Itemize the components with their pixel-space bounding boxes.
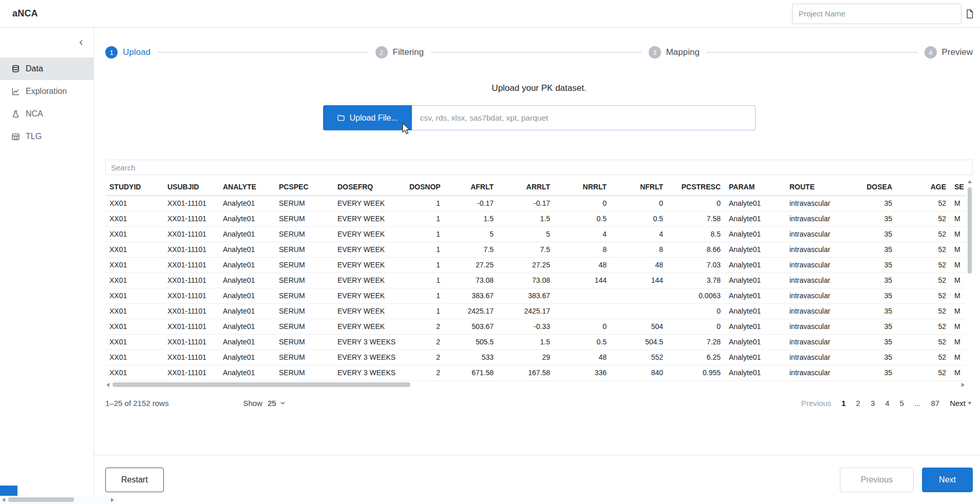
column-header-studyid[interactable]: STUDYID [105,178,163,196]
column-header-nrrlt[interactable]: NRRLT [554,178,611,196]
scroll-right-icon[interactable] [111,498,114,502]
cell-dosefrq: EVERY WEEK [333,196,405,211]
cell-pcstresc: 0 [667,303,725,319]
scroll-right-icon[interactable] [962,383,965,387]
column-header-nfrlt[interactable]: NFRLT [611,178,667,196]
step-mapping[interactable]: 3 Mapping [649,46,700,59]
file-upload-group: Upload File... [105,105,973,130]
sidebar-collapse-button[interactable] [0,34,93,51]
table-row[interactable]: XX01XX01-11101Analyte01SERUMEVERY 3 WEEK… [105,365,966,380]
scroll-left-icon[interactable] [106,383,109,387]
column-header-arrlt[interactable]: ARRLT [498,178,554,196]
upload-file-button[interactable]: Upload File... [323,105,412,130]
cell-arrlt: -0.17 [498,196,554,211]
column-header-route[interactable]: ROUTE [785,178,847,196]
table-row[interactable]: XX01XX01-11101Analyte01SERUMEVERY 3 WEEK… [105,334,966,350]
vertical-scrollbar-thumb[interactable] [968,187,972,274]
upload-filename-input[interactable] [412,105,756,130]
column-header-age[interactable]: AGE [896,178,950,196]
restart-button[interactable]: Restart [105,468,164,492]
cell-afrlt: 5 [444,226,498,242]
cell-pcstresc: 0.0063 [667,288,725,303]
cell-param: Analyte01 [725,303,785,319]
sidebar-item-label: TLG [26,132,42,141]
column-header-dosea[interactable]: DOSEA [847,178,896,196]
cell-param: Analyte01 [725,350,785,365]
cell-studyid: XX01 [105,350,163,365]
search-input[interactable] [105,160,973,175]
cell-pcspec: SERUM [275,211,333,226]
cell-usubjid: XX01-11101 [163,226,219,242]
cell-nrrlt: 4 [554,226,611,242]
column-header-usubjid[interactable]: USUBJID [163,178,219,196]
sidebar-item-nca[interactable]: NCA [0,103,93,125]
sidebar: Data Exploration NCA [0,28,94,504]
step-upload[interactable]: 1 Upload [105,46,150,59]
column-header-se[interactable]: SE [950,178,966,196]
upload-file-button-label: Upload File... [350,113,398,123]
step-filtering[interactable]: 2 Filtering [375,46,424,59]
cell-pcstresc: 3.78 [667,273,725,288]
previous-button[interactable]: Previous [840,468,914,492]
save-project-file-icon[interactable] [965,8,975,20]
cell-se: M [950,334,966,350]
cell-usubjid: XX01-11101 [163,365,219,380]
column-header-afrlt[interactable]: AFRLT [444,178,498,196]
table-row[interactable]: XX01XX01-11101Analyte01SERUMEVERY WEEK17… [105,273,966,288]
pagination-page-1[interactable]: 1 [841,399,845,408]
horizontal-scrollbar-thumb[interactable] [112,382,410,387]
scroll-up-icon[interactable] [968,180,972,183]
table-horizontal-scrollbar[interactable] [105,381,966,389]
sidebar-item-tlg[interactable]: TLG [0,125,93,148]
cell-age: 52 [896,303,950,319]
table-row[interactable]: XX01XX01-11101Analyte01SERUMEVERY 3 WEEK… [105,350,966,365]
pagination-previous[interactable]: Previous [801,399,831,408]
pagination-page-87[interactable]: 87 [931,399,939,408]
table-row[interactable]: XX01XX01-11101Analyte01SERUMEVERY WEEK13… [105,288,966,303]
table-vertical-scrollbar[interactable] [967,178,973,406]
pagination-page-5[interactable]: 5 [900,399,904,408]
table-row[interactable]: XX01XX01-11101Analyte01SERUMEVERY WEEK25… [105,319,966,334]
page-size-select[interactable]: 25 [268,399,286,408]
pagination-page-4[interactable]: 4 [885,399,889,408]
pagination-ellipsis: ... [914,399,921,408]
pagination-page-2[interactable]: 2 [856,399,860,408]
table-header-row: STUDYIDUSUBJIDANALYTEPCSPECDOSEFRQDOSNOP… [105,178,966,196]
table-row[interactable]: XX01XX01-11101Analyte01SERUMEVERY WEEK11… [105,211,966,226]
column-header-pcspec[interactable]: PCSPEC [275,178,333,196]
cell-studyid: XX01 [105,196,163,211]
column-header-pcstresc[interactable]: PCSTRESC [667,178,725,196]
cell-usubjid: XX01-11101 [163,334,219,350]
cell-param: Analyte01 [725,365,785,380]
pagination-page-3[interactable]: 3 [871,399,875,408]
page-scrollbar-thumb[interactable] [8,497,74,502]
step-preview[interactable]: 4 Preview [925,46,973,59]
sidebar-item-exploration[interactable]: Exploration [0,80,93,103]
table-row[interactable]: XX01XX01-11101Analyte01SERUMEVERY WEEK15… [105,226,966,242]
column-header-dosnop[interactable]: DOSNOP [405,178,444,196]
column-header-analyte[interactable]: ANALYTE [219,178,275,196]
table-row[interactable]: XX01XX01-11101Analyte01SERUMEVERY WEEK12… [105,257,966,273]
cell-dosea: 35 [847,288,896,303]
table-row[interactable]: XX01XX01-11101Analyte01SERUMEVERY WEEK12… [105,303,966,319]
cell-afrlt: 503.67 [444,319,498,334]
cell-pcstresc: 8.5 [667,226,725,242]
cell-nfrlt: 4 [611,226,667,242]
cell-dosea: 35 [847,303,896,319]
next-button[interactable]: Next [922,468,973,492]
cell-param: Analyte01 [725,257,785,273]
table-row[interactable]: XX01XX01-11101Analyte01SERUMEVERY WEEK1-… [105,196,966,211]
page-horizontal-scrollbar[interactable] [0,496,116,504]
scroll-left-icon[interactable] [2,498,5,502]
page-size-value: 25 [268,399,276,408]
show-label: Show [243,399,262,408]
pagination-next[interactable]: Next [950,399,966,408]
table-row[interactable]: XX01XX01-11101Analyte01SERUMEVERY WEEK17… [105,242,966,257]
column-header-param[interactable]: PARAM [725,178,785,196]
project-name-input[interactable] [792,4,962,24]
cell-se: M [950,365,966,380]
sidebar-item-data[interactable]: Data [0,57,93,80]
column-header-dosefrq[interactable]: DOSEFRQ [333,178,405,196]
cell-dosefrq: EVERY 3 WEEKS [333,365,405,380]
scroll-down-icon[interactable] [968,402,972,405]
